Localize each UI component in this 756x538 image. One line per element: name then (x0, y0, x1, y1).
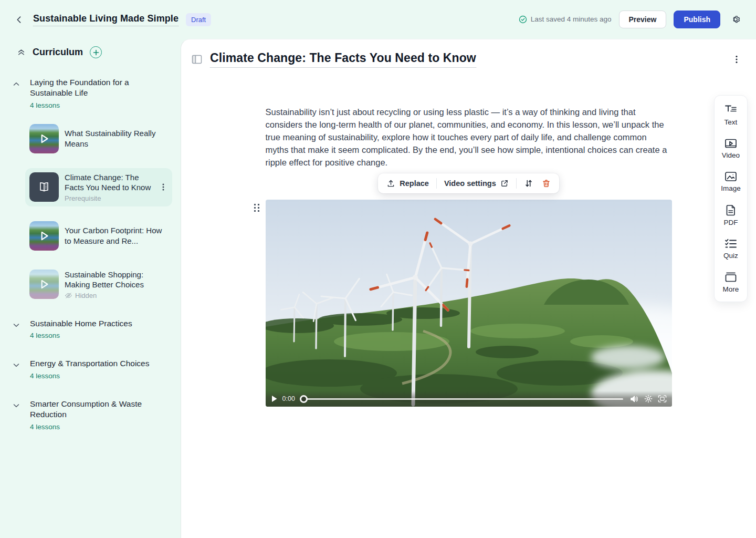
toolbar-divider (436, 178, 437, 189)
preview-button[interactable]: Preview (619, 11, 667, 29)
curriculum-section: Energy & Transportation Choices 4 lesson… (0, 358, 181, 379)
play-icon (29, 221, 59, 251)
section-title: Smarter Consumption & Waste Reduction (30, 399, 168, 420)
section-lesson-count: 4 lessons (30, 372, 149, 380)
add-video-block-button[interactable]: Video (719, 138, 743, 159)
section-header[interactable]: Smarter Consumption & Waste Reduction 4 … (0, 399, 181, 431)
lesson-paragraph[interactable]: Sustainability isn’t just about recyclin… (266, 106, 672, 169)
lesson-title: Climate Change: The Facts You Need to Kn… (65, 172, 153, 193)
curriculum-header: Curriculum (0, 46, 181, 58)
last-saved-text: Last saved 4 minutes ago (531, 15, 612, 23)
curriculum-sidebar: Curriculum Laying the Foundation for a S… (0, 39, 181, 538)
lesson-title: Your Carbon Footprint: How to Measure an… (65, 225, 168, 246)
top-header: Sustainable Living Made Simple Draft Las… (0, 0, 756, 39)
lesson-item[interactable]: Your Carbon Footprint: How to Measure an… (25, 217, 172, 255)
curriculum-section: Sustainable Home Practices 4 lessons (0, 318, 181, 339)
eye-off-icon (65, 292, 72, 299)
video-block: 0:00 (266, 200, 672, 407)
video-icon (724, 138, 737, 149)
lesson-list: What Sustainability Really Means Climate… (0, 120, 181, 304)
volume-icon[interactable] (630, 395, 639, 403)
lesson-item[interactable]: What Sustainability Really Means (25, 120, 172, 158)
video-controls-bar: 0:00 (266, 391, 672, 407)
publish-button[interactable]: Publish (674, 11, 720, 29)
curriculum-section: Laying the Foundation for a Sustainable … (0, 77, 181, 304)
collapse-all-icon[interactable] (16, 47, 27, 58)
video-settings-button[interactable]: Video settings (443, 178, 510, 189)
add-pdf-block-button[interactable]: PDF (721, 204, 741, 226)
curriculum-section: Smarter Consumption & Waste Reduction 4 … (0, 399, 181, 431)
play-icon (29, 270, 59, 299)
video-thumbnail (29, 124, 59, 153)
add-section-button[interactable] (90, 46, 102, 58)
video-block-toolbar: Replace Video settings (378, 173, 559, 193)
lesson-kebab-menu[interactable] (159, 181, 168, 193)
section-lesson-count: 4 lessons (30, 332, 132, 339)
external-link-icon (500, 179, 509, 188)
video-player[interactable]: 0:00 (266, 200, 672, 407)
upload-icon (386, 179, 395, 188)
back-button[interactable] (13, 13, 26, 26)
lesson-editor-panel: Climate Change: The Facts You Need to Kn… (181, 39, 756, 538)
toolbar-divider (516, 178, 517, 189)
drag-handle-icon[interactable] (253, 202, 261, 213)
section-title: Sustainable Home Practices (30, 318, 132, 329)
text-icon (724, 104, 737, 116)
add-image-block-button[interactable]: Image (718, 171, 744, 192)
content-blocks-panel: Text Video Image PDF (714, 95, 748, 302)
player-settings-icon[interactable] (644, 395, 653, 403)
status-badge: Draft (186, 13, 211, 26)
last-saved-status: Last saved 4 minutes ago (519, 15, 612, 24)
lesson-badge-hidden: Hidden (75, 292, 97, 299)
more-stack-icon (724, 272, 737, 283)
image-icon (724, 171, 737, 182)
lesson-title: What Sustainability Really Means (65, 128, 168, 149)
lesson-item-selected[interactable]: Climate Change: The Facts You Need to Kn… (25, 168, 172, 206)
lesson-badge-prerequisite: Prerequisite (65, 194, 153, 202)
video-progress-bar[interactable] (300, 395, 623, 403)
chevron-down-icon[interactable] (12, 401, 20, 410)
fullscreen-icon[interactable] (658, 395, 667, 403)
section-lesson-count: 4 lessons (30, 423, 168, 431)
delete-block-icon[interactable] (541, 178, 552, 189)
section-title: Laying the Foundation for a Sustainable … (30, 77, 168, 99)
chevron-down-icon[interactable] (12, 361, 20, 369)
video-scene-windfarm (266, 200, 672, 407)
play-icon (29, 124, 59, 153)
add-text-block-button[interactable]: Text (721, 104, 741, 126)
add-more-blocks-button[interactable]: More (720, 272, 742, 293)
video-thumbnail (29, 221, 59, 251)
play-button[interactable] (271, 395, 278, 402)
sidebar-toggle-icon[interactable] (191, 54, 203, 65)
reading-thumbnail (29, 172, 59, 202)
section-lesson-count: 4 lessons (30, 101, 168, 109)
course-title[interactable]: Sustainable Living Made Simple (33, 13, 178, 26)
open-book-icon (37, 180, 51, 194)
curriculum-title: Curriculum (33, 47, 83, 58)
pdf-icon (726, 204, 736, 216)
video-timestamp: 0:00 (282, 395, 295, 402)
section-header[interactable]: Energy & Transportation Choices 4 lesson… (0, 358, 181, 379)
lesson-heading[interactable]: Climate Change: The Facts You Need to Kn… (210, 51, 476, 68)
video-thumbnail (29, 270, 59, 299)
chevron-down-icon[interactable] (12, 321, 20, 329)
settings-gear-icon[interactable] (728, 12, 743, 27)
section-header[interactable]: Laying the Foundation for a Sustainable … (0, 77, 181, 109)
lesson-options-kebab[interactable] (731, 53, 742, 66)
header-actions: Last saved 4 minutes ago Preview Publish (519, 11, 743, 29)
section-title: Energy & Transportation Choices (30, 358, 149, 369)
lesson-item-hidden[interactable]: Sustainable Shopping: Making Better Choi… (25, 265, 172, 304)
check-circle-icon (519, 15, 527, 24)
section-header[interactable]: Sustainable Home Practices 4 lessons (0, 318, 181, 339)
add-quiz-block-button[interactable]: Quiz (720, 239, 741, 260)
move-reorder-icon[interactable] (523, 178, 534, 189)
replace-button[interactable]: Replace (385, 178, 430, 189)
chevron-up-icon[interactable] (12, 80, 20, 88)
lesson-title: Sustainable Shopping: Making Better Choi… (65, 270, 168, 290)
quiz-checklist-icon (724, 239, 737, 249)
